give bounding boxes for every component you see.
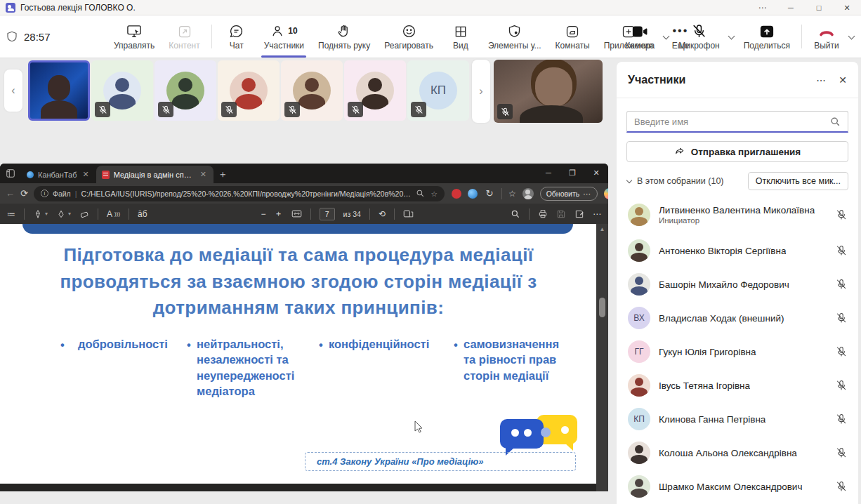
search-document-icon[interactable] bbox=[511, 209, 520, 219]
mic-muted-icon bbox=[836, 447, 847, 458]
read-aloud-icon[interactable]: A))) bbox=[107, 209, 120, 219]
window-titlebar: Гостьова лекція ГОЛОВКО О. ⋯ ─ □ ✕ bbox=[0, 0, 861, 15]
tab-kanban[interactable]: КанбанТаб ✕ bbox=[21, 166, 96, 183]
new-tab-icon[interactable]: ＋ bbox=[213, 166, 232, 183]
browser-restore-icon[interactable]: ❐ bbox=[560, 164, 584, 182]
shield-icon bbox=[6, 30, 18, 43]
participant-row[interactable]: Івусь Тетяна Ігорівна bbox=[617, 369, 858, 402]
mic-muted-icon bbox=[836, 245, 847, 256]
participant-search[interactable] bbox=[626, 111, 848, 133]
pdf-more-icon[interactable]: ⋯ bbox=[593, 209, 601, 219]
video-thumbnail[interactable] bbox=[28, 60, 90, 121]
video-thumbnail[interactable] bbox=[218, 60, 280, 121]
participant-row[interactable]: ВХ Владислав Ходак (внешний) bbox=[617, 301, 858, 335]
chat-button[interactable]: Чат bbox=[216, 15, 257, 58]
participant-row[interactable]: Башорін Михайло Федорович bbox=[617, 267, 858, 301]
translate-icon[interactable]: а̄б bbox=[138, 209, 147, 219]
filmstrip-prev-button[interactable]: ‹ bbox=[4, 69, 22, 112]
copilot-icon[interactable] bbox=[604, 188, 608, 199]
add-favorite-icon[interactable]: ☆ bbox=[508, 189, 516, 199]
filmstrip-next-button[interactable]: › bbox=[472, 60, 490, 123]
zoom-in-icon[interactable]: ＋ bbox=[275, 208, 283, 220]
panel-more-icon[interactable]: ⋯ bbox=[816, 74, 826, 86]
participant-name: Шрамко Максим Олександрович bbox=[659, 482, 802, 492]
scrollbar-thumb[interactable] bbox=[599, 298, 605, 317]
react-label: Реагировать bbox=[384, 41, 433, 51]
search-icon[interactable] bbox=[830, 117, 841, 127]
avatar bbox=[628, 204, 650, 226]
video-thumbnail[interactable] bbox=[155, 60, 216, 121]
participant-row[interactable]: ГГ Гукун Юлія Григорівна bbox=[617, 335, 858, 369]
scroll-up-icon[interactable]: ▲ bbox=[596, 226, 608, 232]
back-icon[interactable]: ← bbox=[6, 188, 15, 199]
video-thumbnail[interactable] bbox=[281, 60, 343, 121]
fit-width-icon[interactable] bbox=[291, 209, 302, 218]
favorite-star-icon[interactable]: ☆ bbox=[430, 190, 437, 198]
mic-muted-badge-icon bbox=[411, 102, 426, 117]
url-field[interactable]: i Файл | C:/HELGA/IUS(IURIS)/препод/25%2… bbox=[34, 186, 445, 201]
info-icon[interactable]: i bbox=[41, 190, 48, 197]
mic-chevron-icon[interactable] bbox=[727, 15, 737, 58]
page-view-icon[interactable] bbox=[403, 209, 414, 218]
camera-button[interactable]: Камера bbox=[618, 15, 662, 58]
page-number-input[interactable]: 7 bbox=[320, 208, 335, 220]
tab-mediation-pdf[interactable]: Медіація в адмін спорах (Литв... ✕ bbox=[96, 166, 213, 183]
participants-button[interactable]: 10 Участники bbox=[257, 15, 311, 58]
meeting-elements-button[interactable]: Элементы у... bbox=[481, 15, 548, 58]
toc-icon[interactable]: ≔ bbox=[7, 209, 15, 219]
meeting-toolbar: 28:57 Управлять Контент Чат bbox=[0, 15, 861, 58]
participant-list: Литвиненко Валентина Миколаївна Инициато… bbox=[617, 196, 858, 503]
browser-minimize-icon[interactable]: ─ bbox=[537, 164, 560, 182]
share-button[interactable]: Поделиться bbox=[737, 15, 797, 58]
eraser-icon[interactable] bbox=[79, 209, 89, 219]
video-thumbnail[interactable]: КП bbox=[407, 60, 469, 121]
draw-pen-icon[interactable]: ▾ bbox=[33, 209, 48, 219]
minimize-icon[interactable]: ─ bbox=[777, 0, 805, 15]
rooms-button[interactable]: Комнаты bbox=[548, 15, 597, 58]
extension-blue-icon[interactable] bbox=[468, 189, 478, 199]
camera-chevron-icon[interactable] bbox=[662, 15, 671, 58]
featured-video-tile[interactable] bbox=[494, 60, 603, 123]
highlighter-icon[interactable]: ▾ bbox=[56, 209, 71, 219]
zoom-out-icon[interactable]: − bbox=[261, 209, 266, 219]
video-thumbnail[interactable] bbox=[344, 60, 406, 121]
leave-chevron-icon[interactable] bbox=[847, 15, 857, 58]
panel-close-icon[interactable]: ✕ bbox=[839, 74, 847, 86]
raise-hand-button[interactable]: Поднять руку bbox=[311, 15, 377, 58]
participant-row[interactable]: Колоша Альона Олександрівна bbox=[617, 436, 858, 470]
titlebar-more-icon[interactable]: ⋯ bbox=[749, 3, 777, 13]
react-button[interactable]: Реагировать bbox=[377, 15, 440, 58]
leave-button[interactable]: Выйти bbox=[806, 15, 847, 58]
browser-profile-avatar[interactable] bbox=[522, 188, 534, 199]
in-meeting-section-label[interactable]: В этом собрании (10) bbox=[626, 176, 724, 186]
participant-row[interactable]: Литвиненко Валентина Миколаївна Инициато… bbox=[617, 196, 858, 234]
tab-close-icon[interactable]: ✕ bbox=[199, 170, 208, 179]
save-as-icon[interactable] bbox=[574, 209, 584, 219]
print-icon[interactable] bbox=[538, 209, 548, 219]
view-button[interactable]: Вид bbox=[440, 15, 481, 58]
search-in-page-icon[interactable] bbox=[416, 189, 425, 198]
send-invite-button[interactable]: Отправка приглашения bbox=[626, 141, 848, 162]
maximize-icon[interactable]: □ bbox=[805, 0, 833, 15]
update-browser-button[interactable]: Обновить ⋯ bbox=[540, 187, 598, 201]
participant-row[interactable]: Антоненко Вікторія Сергіївна bbox=[617, 234, 858, 267]
manage-button[interactable]: Управлять bbox=[107, 15, 162, 58]
rotate-icon[interactable]: ⟲ bbox=[379, 209, 386, 219]
close-icon[interactable]: ✕ bbox=[833, 0, 861, 15]
pdf-scrollbar[interactable]: ▲ bbox=[596, 224, 608, 491]
refresh-icon[interactable]: ⟳ bbox=[20, 188, 28, 199]
tab-preview-icon[interactable] bbox=[0, 164, 21, 183]
browser-close-icon[interactable]: ✕ bbox=[584, 164, 608, 182]
mic-muted-badge-icon bbox=[158, 102, 173, 117]
extension-history-icon[interactable]: ↻ bbox=[484, 188, 495, 199]
mute-all-button[interactable]: Отключить все мик... bbox=[748, 172, 848, 190]
tab-kanban-label: КанбанТаб bbox=[38, 171, 77, 179]
video-thumbnail[interactable] bbox=[91, 60, 153, 121]
participant-row[interactable]: Шрамко Максим Олександрович bbox=[617, 470, 858, 503]
extension-red-icon[interactable] bbox=[452, 189, 461, 199]
participant-row[interactable]: КП Клинова Ганна Петрівна bbox=[617, 402, 858, 436]
tab-close-icon[interactable]: ✕ bbox=[81, 170, 90, 179]
search-input[interactable] bbox=[634, 117, 830, 127]
mic-muted-badge-icon bbox=[348, 102, 363, 117]
mic-button[interactable]: Микрофон bbox=[671, 15, 726, 58]
